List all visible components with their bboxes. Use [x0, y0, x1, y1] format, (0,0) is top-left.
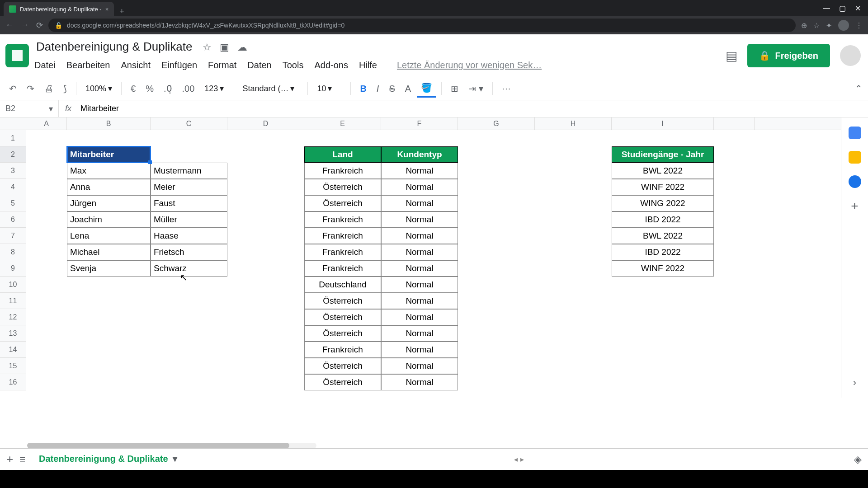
- menu-hilfe[interactable]: Hilfe: [358, 58, 378, 72]
- cell-I13[interactable]: [612, 325, 714, 342]
- cell-F9[interactable]: Normal: [381, 260, 458, 277]
- cell-G11[interactable]: [458, 293, 535, 309]
- cell-E5[interactable]: Österreich: [304, 195, 381, 211]
- strikethrough-button[interactable]: S: [385, 81, 398, 97]
- cloud-status-icon[interactable]: ☁: [237, 42, 247, 53]
- cell-C14[interactable]: [151, 342, 227, 358]
- cell-E6[interactable]: Frankreich: [304, 211, 381, 228]
- cell-B12[interactable]: [67, 309, 151, 325]
- cell-I6[interactable]: IBD 2022: [612, 211, 714, 228]
- cell-F14[interactable]: Normal: [381, 342, 458, 358]
- cell-A1[interactable]: [26, 130, 67, 146]
- increase-decimal-icon[interactable]: .00: [179, 81, 198, 97]
- cell-A13[interactable]: [26, 325, 67, 342]
- browser-tab[interactable]: Datenbereinigung & Duplikate - ×: [4, 2, 114, 16]
- cell-E13[interactable]: Österreich: [304, 325, 381, 342]
- row-header[interactable]: 11: [0, 293, 26, 309]
- cell-F6[interactable]: Normal: [381, 211, 458, 228]
- cell-I3[interactable]: BWL 2022: [612, 163, 714, 179]
- cell-E8[interactable]: Frankreich: [304, 244, 381, 260]
- row-header[interactable]: 3: [0, 163, 26, 179]
- cell-E1[interactable]: [304, 130, 381, 146]
- cell-A6[interactable]: [26, 211, 67, 228]
- cell-F16[interactable]: Normal: [381, 374, 458, 390]
- cell-E9[interactable]: Frankreich: [304, 260, 381, 277]
- cell-E4[interactable]: Österreich: [304, 179, 381, 195]
- cell-G1[interactable]: [458, 130, 535, 146]
- column-header-I[interactable]: I: [612, 117, 714, 130]
- row-header[interactable]: 15: [0, 358, 26, 374]
- cell-A8[interactable]: [26, 244, 67, 260]
- cell-D7[interactable]: [227, 228, 304, 244]
- row-header[interactable]: 6: [0, 211, 26, 228]
- share-button[interactable]: 🔒 Freigeben: [747, 44, 830, 67]
- row-header[interactable]: 14: [0, 342, 26, 358]
- cell-F1[interactable]: [381, 130, 458, 146]
- collapse-toolbar-icon[interactable]: ⌃: [855, 83, 863, 94]
- cell-B14[interactable]: [67, 342, 151, 358]
- keep-icon[interactable]: [849, 151, 861, 164]
- cell-G8[interactable]: [458, 244, 535, 260]
- cell-B10[interactable]: [67, 277, 151, 293]
- row-header[interactable]: 7: [0, 228, 26, 244]
- sheet-tab-active[interactable]: Datenbereinigung & Duplikate ▾: [32, 450, 184, 469]
- cell-D6[interactable]: [227, 211, 304, 228]
- cell-G7[interactable]: [458, 228, 535, 244]
- font-size-dropdown[interactable]: 10 ▾: [313, 81, 345, 96]
- cell-G3[interactable]: [458, 163, 535, 179]
- cell-D9[interactable]: [227, 260, 304, 277]
- redo-icon[interactable]: ↷: [23, 80, 38, 97]
- cell-E16[interactable]: Österreich: [304, 374, 381, 390]
- cell-C5[interactable]: Faust: [151, 195, 227, 211]
- cell-D12[interactable]: [227, 309, 304, 325]
- cell-B4[interactable]: Anna: [67, 179, 151, 195]
- cell-C11[interactable]: [151, 293, 227, 309]
- cell-F4[interactable]: Normal: [381, 179, 458, 195]
- cell-B15[interactable]: [67, 358, 151, 374]
- cell-H1[interactable]: [535, 130, 612, 146]
- cell-I15[interactable]: [612, 358, 714, 374]
- column-header-H[interactable]: H: [535, 117, 612, 130]
- cell-H5[interactable]: [535, 195, 612, 211]
- menu-add-ons[interactable]: Add-ons: [313, 58, 349, 72]
- menu-icon[interactable]: ⋮: [855, 21, 863, 30]
- cell-F12[interactable]: Normal: [381, 309, 458, 325]
- hide-sidepanel-icon[interactable]: ›: [853, 377, 856, 389]
- add-sheet-button[interactable]: +: [6, 452, 13, 466]
- cell-D3[interactable]: [227, 163, 304, 179]
- column-header-A[interactable]: A: [26, 117, 67, 130]
- cell-G16[interactable]: [458, 374, 535, 390]
- cell-F3[interactable]: Normal: [381, 163, 458, 179]
- cell-B16[interactable]: [67, 374, 151, 390]
- cell-H12[interactable]: [535, 309, 612, 325]
- cell-D5[interactable]: [227, 195, 304, 211]
- cell-H9[interactable]: [535, 260, 612, 277]
- cell-H2[interactable]: [535, 146, 612, 163]
- cell-D2[interactable]: [227, 146, 304, 163]
- column-header-C[interactable]: C: [151, 117, 227, 130]
- column-header-B[interactable]: B: [67, 117, 151, 130]
- cell-B8[interactable]: Michael: [67, 244, 151, 260]
- cell-A3[interactable]: [26, 163, 67, 179]
- cell-I12[interactable]: [612, 309, 714, 325]
- menu-ansicht[interactable]: Ansicht: [120, 58, 151, 72]
- column-header-G[interactable]: G: [458, 117, 535, 130]
- cell-A11[interactable]: [26, 293, 67, 309]
- paint-format-icon[interactable]: ⟆: [60, 80, 71, 97]
- cell-D16[interactable]: [227, 374, 304, 390]
- cell-D14[interactable]: [227, 342, 304, 358]
- cell-G5[interactable]: [458, 195, 535, 211]
- cell-H7[interactable]: [535, 228, 612, 244]
- row-header[interactable]: 13: [0, 325, 26, 342]
- cell-C15[interactable]: [151, 358, 227, 374]
- cell-B11[interactable]: [67, 293, 151, 309]
- zoom-icon[interactable]: ⊕: [801, 21, 807, 30]
- cell-C3[interactable]: Mustermann: [151, 163, 227, 179]
- cell-A15[interactable]: [26, 358, 67, 374]
- close-tab-icon[interactable]: ×: [105, 6, 109, 13]
- row-header[interactable]: 10: [0, 277, 26, 293]
- cell-G9[interactable]: [458, 260, 535, 277]
- cell-C1[interactable]: [151, 130, 227, 146]
- merge-button[interactable]: ⇥ ▾: [465, 80, 487, 97]
- bookmark-icon[interactable]: ☆: [813, 21, 820, 30]
